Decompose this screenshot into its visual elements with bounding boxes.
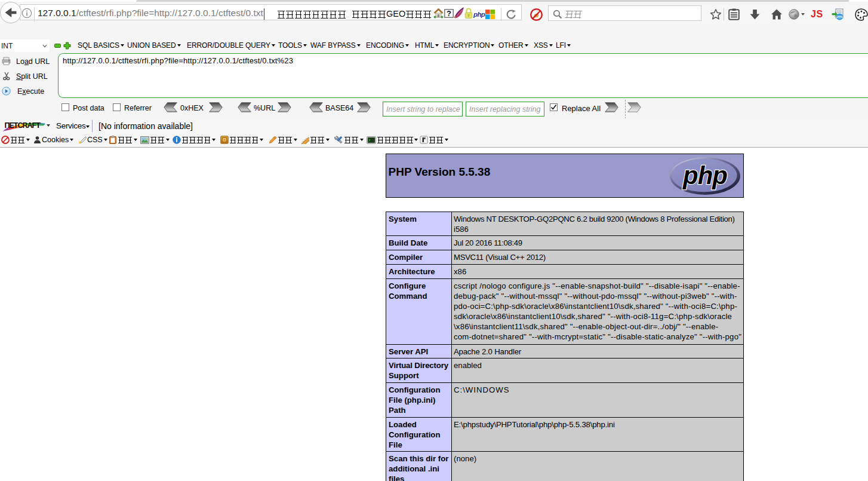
svg-text:?: ? (447, 9, 451, 18)
svg-text:ΠETCRAFT: ΠETCRAFT (5, 121, 41, 130)
svg-text:php: php (682, 161, 727, 189)
